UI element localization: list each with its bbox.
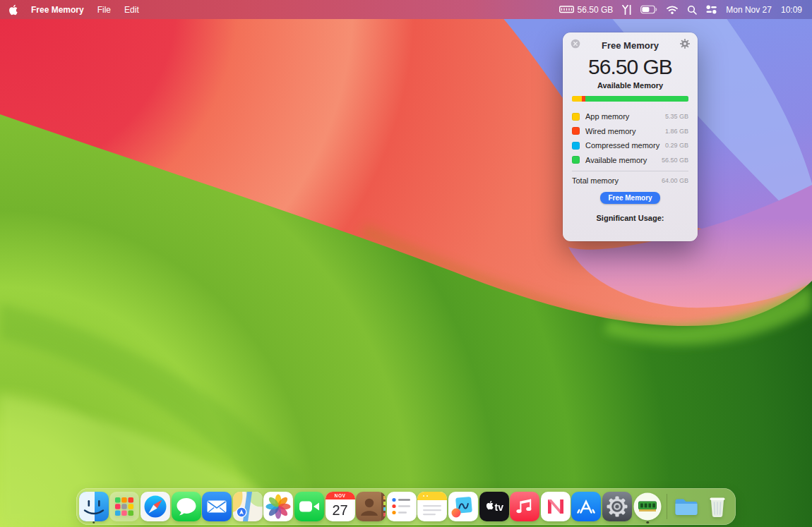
dock-item-notes[interactable] <box>417 490 448 523</box>
photos-icon <box>263 492 293 521</box>
freeform-icon <box>448 492 478 521</box>
mail-icon <box>202 492 232 521</box>
dock-item-launchpad[interactable] <box>109 490 141 523</box>
legend-color-swatch <box>572 127 580 135</box>
running-indicator <box>647 521 650 524</box>
dock-item-contacts[interactable] <box>355 490 386 523</box>
legend-value: 1.86 GB <box>665 128 688 135</box>
free-memory-button[interactable]: Free Memory <box>600 192 659 204</box>
dock-item-facetime[interactable] <box>294 490 325 523</box>
total-memory-row: Total memory 64.00 GB <box>572 171 688 189</box>
dock-item-finder[interactable] <box>78 490 109 523</box>
usage-bar-segment <box>572 96 582 102</box>
trash-icon <box>703 492 732 521</box>
maps-icon <box>233 492 263 521</box>
dock-item-maps[interactable] <box>232 490 263 523</box>
app-menu-title[interactable]: Free Memory <box>31 5 84 15</box>
ram-icon <box>559 4 574 15</box>
dock-item-system-settings[interactable] <box>602 490 633 523</box>
memory-status-item[interactable]: 56.50 GB <box>559 4 614 15</box>
apple-logo-icon <box>8 4 18 16</box>
available-memory-caption: Available Memory <box>563 81 698 90</box>
menu-file[interactable]: File <box>97 5 111 15</box>
close-icon[interactable] <box>571 39 580 52</box>
menu-bar-time[interactable]: 10:09 <box>781 5 802 15</box>
menu-bar: Free Memory File Edit 56.50 GB Mon Nov 2… <box>0 0 812 19</box>
running-indicator <box>92 521 95 524</box>
svg-text:tv: tv <box>494 502 503 513</box>
memory-legend-row: Wired memory 1.86 GB <box>572 124 688 139</box>
calendar-icon: NOV 27 <box>326 492 355 521</box>
memory-status-label: 56.50 GB <box>578 5 614 15</box>
available-memory-value: 56.50 GB <box>563 55 698 79</box>
calendar-month: NOV <box>326 492 355 499</box>
dock-item-app-store[interactable] <box>571 490 602 523</box>
legend-label: Wired memory <box>585 127 636 135</box>
dock-item-freeform[interactable] <box>448 490 479 523</box>
menu-bar-date[interactable]: Mon Nov 27 <box>726 5 772 15</box>
contacts-icon <box>356 492 386 521</box>
dock-separator <box>667 494 667 519</box>
dock-item-trash[interactable] <box>702 490 733 523</box>
legend-value: 56.50 GB <box>662 157 688 164</box>
wifi-icon[interactable] <box>667 6 678 14</box>
dock-item-news[interactable] <box>540 490 571 523</box>
dock-item-messages[interactable] <box>171 490 202 523</box>
legend-value: 5.35 GB <box>665 113 688 120</box>
free-memory-app-icon <box>633 492 662 521</box>
memory-legend-row: Available memory 56.50 GB <box>572 153 688 168</box>
safari-icon <box>141 492 170 521</box>
spotlight-search-icon[interactable] <box>687 5 697 15</box>
system-settings-icon <box>602 492 632 521</box>
total-memory-value: 64.00 GB <box>662 177 688 184</box>
total-memory-label: Total memory <box>572 176 619 185</box>
menu-extra-icon[interactable] <box>622 5 631 15</box>
control-center-icon[interactable] <box>706 5 717 14</box>
finder-icon <box>79 492 109 521</box>
legend-label: App memory <box>585 112 629 121</box>
app-store-icon <box>571 492 601 521</box>
menu-edit[interactable]: Edit <box>124 5 139 15</box>
launchpad-icon <box>109 492 139 521</box>
downloads-folder-icon <box>671 492 701 521</box>
popover-title: Free Memory <box>602 40 659 51</box>
legend-color-swatch <box>572 113 580 121</box>
significant-usage-heading: Significant Usage: <box>563 214 698 222</box>
news-icon <box>541 492 571 521</box>
apple-tv-icon: tv <box>479 492 509 521</box>
free-memory-popover: Free Memory 56.50 GB Available Memory Ap… <box>563 32 698 241</box>
legend-label: Available memory <box>585 156 647 164</box>
apple-menu[interactable] <box>8 4 18 16</box>
memory-legend: App memory 5.35 GB Wired memory 1.86 GB … <box>572 109 688 167</box>
facetime-icon <box>294 492 324 521</box>
memory-legend-row: Compressed memory 0.29 GB <box>572 138 688 153</box>
music-icon <box>510 492 539 521</box>
memory-usage-bar <box>572 96 688 102</box>
legend-label: Compressed memory <box>585 141 659 150</box>
dock-item-apple-tv[interactable]: tv <box>479 490 510 523</box>
dock-item-music[interactable] <box>509 490 540 523</box>
dock-item-free-memory[interactable] <box>633 490 664 523</box>
dock-item-downloads-folder[interactable] <box>671 490 702 523</box>
dock-item-photos[interactable] <box>263 490 294 523</box>
reminders-icon <box>387 492 417 521</box>
messages-icon <box>172 492 201 521</box>
battery-icon[interactable] <box>640 5 657 14</box>
usage-bar-segment <box>585 96 688 102</box>
dock-item-safari[interactable] <box>140 490 171 523</box>
gear-icon[interactable] <box>680 39 690 52</box>
memory-legend-row: App memory 5.35 GB <box>572 109 688 124</box>
dock-item-calendar[interactable]: NOV 27 <box>325 490 356 523</box>
legend-value: 0.29 GB <box>665 142 688 149</box>
calendar-day: 27 <box>326 499 355 521</box>
dock: NOV 27 tv <box>76 488 736 525</box>
legend-color-swatch <box>572 156 580 164</box>
notes-icon <box>417 492 447 521</box>
dock-item-mail[interactable] <box>201 490 232 523</box>
legend-color-swatch <box>572 142 580 150</box>
dock-item-reminders[interactable] <box>386 490 417 523</box>
